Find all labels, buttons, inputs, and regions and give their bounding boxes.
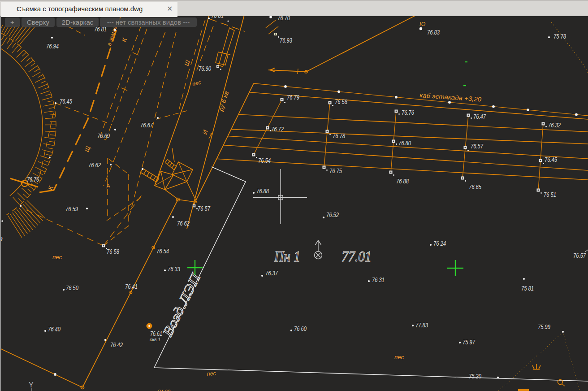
svg-text:75.20: 75.20 <box>469 372 481 380</box>
svg-text:76.32: 76.32 <box>548 121 561 129</box>
svg-text:76 72: 76 72 <box>271 125 284 133</box>
svg-text:76 88: 76 88 <box>396 177 409 185</box>
svg-text:75.99: 75.99 <box>538 323 550 330</box>
svg-text:пес: пес <box>52 254 62 261</box>
svg-text:76 42: 76 42 <box>110 341 123 348</box>
svg-text:пес: пес <box>207 370 216 377</box>
svg-text:76 79: 76 79 <box>287 93 299 101</box>
svg-text:76 51: 76 51 <box>544 191 556 198</box>
svg-text:77.83: 77.83 <box>415 321 428 329</box>
svg-text:76.83: 76.83 <box>427 28 440 36</box>
svg-text:76 50: 76 50 <box>66 284 78 291</box>
svg-text:76 33: 76 33 <box>168 265 180 273</box>
svg-text:пес: пес <box>394 354 404 361</box>
svg-text:76.80: 76.80 <box>398 139 411 147</box>
svg-text:76.88: 76.88 <box>256 187 269 195</box>
svg-text:76 75: 76 75 <box>329 167 342 174</box>
svg-text:76.52: 76.52 <box>326 211 339 218</box>
svg-text:75 78: 75 78 <box>553 32 566 40</box>
svg-text:76.76: 76.76 <box>27 175 39 183</box>
svg-text:76.69: 76.69 <box>97 132 110 139</box>
svg-text:76.65: 76.65 <box>469 183 481 191</box>
svg-text:76 58: 76 58 <box>107 248 119 255</box>
svg-text:76 54: 76 54 <box>156 247 169 255</box>
svg-text:76.93: 76.93 <box>280 36 292 44</box>
svg-text:76.37: 76.37 <box>265 269 278 277</box>
svg-text:76.90: 76.90 <box>199 65 211 72</box>
svg-text:77.01: 77.01 <box>342 248 372 265</box>
svg-text:76.76: 76.76 <box>402 109 414 116</box>
svg-text:76.94: 76.94 <box>46 42 59 50</box>
svg-text:75 97: 75 97 <box>463 338 476 346</box>
svg-text:84.63: 84.63 <box>158 388 171 391</box>
svg-text:76 62: 76 62 <box>177 219 190 227</box>
svg-text:76.45: 76.45 <box>545 156 557 163</box>
svg-text:76.61: 76.61 <box>150 330 162 337</box>
svg-text:76 78: 76 78 <box>333 132 345 139</box>
svg-text:скв 1: скв 1 <box>150 337 160 342</box>
svg-text:76.41: 76.41 <box>125 282 138 290</box>
svg-text:76 62: 76 62 <box>88 161 101 169</box>
svg-text:76.47: 76.47 <box>473 113 486 120</box>
svg-text:76.54: 76.54 <box>258 156 271 164</box>
svg-text:Y: Y <box>29 381 34 389</box>
svg-text:76.57: 76.57 <box>471 142 484 150</box>
svg-text:76 60: 76 60 <box>294 325 307 332</box>
svg-text:76 31: 76 31 <box>372 276 385 283</box>
svg-text:76.45: 76.45 <box>60 97 72 105</box>
svg-text:76 40: 76 40 <box>48 325 61 333</box>
svg-text:Ю: Ю <box>419 21 425 27</box>
svg-text:76.67: 76.67 <box>140 121 153 129</box>
svg-text:76 59: 76 59 <box>65 205 78 213</box>
svg-text:Пн 1: Пн 1 <box>274 248 300 265</box>
svg-text:75 81: 75 81 <box>521 284 534 292</box>
svg-text:76 24: 76 24 <box>433 239 446 247</box>
svg-text:76 58: 76 58 <box>335 98 347 105</box>
svg-text:76.57: 76.57 <box>573 252 586 259</box>
svg-text:76 57: 76 57 <box>198 204 211 212</box>
